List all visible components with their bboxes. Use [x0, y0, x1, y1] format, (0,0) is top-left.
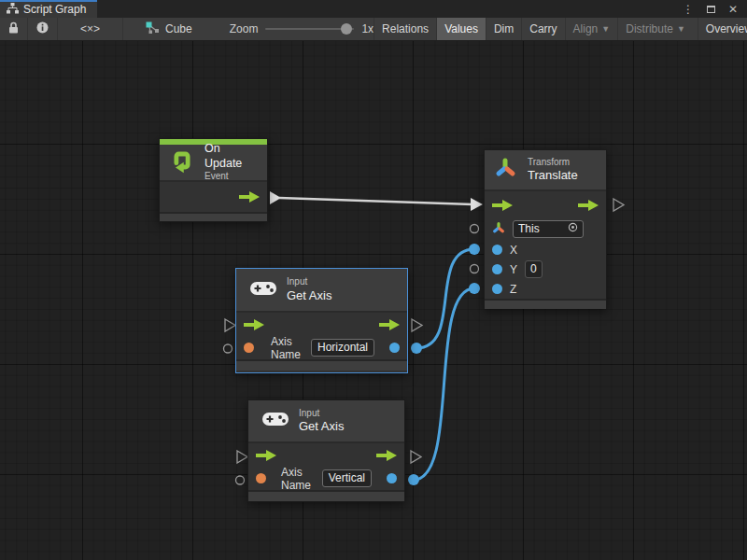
toolbar-button-dim[interactable]: Dim: [486, 18, 521, 40]
port-marker-translate-flow-out[interactable]: [613, 199, 624, 211]
value-output-port[interactable]: [389, 343, 400, 353]
node-translate[interactable]: Transform Translate This: [484, 149, 607, 309]
node-get-axis-vertical[interactable]: Input Get Axis Axis Name Vertical: [247, 399, 405, 502]
toolbar-button-relations[interactable]: Relations: [374, 18, 436, 40]
zoom-label: Zoom: [230, 22, 259, 35]
tab-title: Script Graph: [23, 3, 86, 16]
flow-input-port[interactable]: [244, 319, 264, 330]
this-target-field[interactable]: This: [513, 220, 584, 238]
lock-icon: [8, 21, 19, 36]
port-label-y: Y: [510, 263, 517, 276]
code-preview-button[interactable]: <×>: [58, 18, 123, 40]
gamepad-icon: [261, 410, 289, 432]
node-get-axis-horizontal[interactable]: Input Get Axis Axis Name Horizontal: [235, 268, 408, 373]
node-footer: [485, 299, 606, 309]
toolbar-button-values[interactable]: Values: [436, 18, 486, 40]
value-output-port[interactable]: [387, 473, 397, 483]
graph-node-icon: [146, 21, 160, 36]
axis-name-field[interactable]: Vertical: [322, 469, 372, 487]
node-footer: [248, 490, 404, 501]
close-icon[interactable]: ✕: [728, 4, 738, 15]
dropdown-arrow-icon: ▼: [601, 24, 610, 34]
lock-button[interactable]: [0, 18, 28, 40]
port-marker-getaxisv-flow-out[interactable]: [411, 451, 421, 463]
toolbar-button-align[interactable]: Align ▼: [565, 18, 618, 40]
node-on-update[interactable]: On Update Event: [159, 138, 268, 222]
port-label-x: X: [510, 244, 517, 257]
value-wire-horizontal-to-x[interactable]: [411, 244, 480, 354]
object-picker-icon[interactable]: [568, 222, 578, 236]
node-footer: [160, 212, 267, 221]
on-update-loop-icon: [169, 147, 195, 177]
port-label-axis-name: Axis Name: [281, 466, 315, 492]
maximize-icon[interactable]: [707, 4, 715, 15]
node-subtitle: Event: [204, 171, 258, 183]
node-footer: [236, 359, 407, 371]
flow-input-port[interactable]: [256, 450, 276, 461]
toolbar-button-overview[interactable]: Overview: [698, 18, 747, 40]
node-title: Get Axis: [299, 419, 344, 434]
info-icon: [36, 21, 49, 36]
node-get-axis-v-header[interactable]: Input Get Axis: [248, 400, 404, 443]
node-subtitle: Input: [299, 408, 344, 420]
string-input-port[interactable]: [256, 473, 266, 483]
value-port-x[interactable]: [492, 245, 502, 255]
y-value-field[interactable]: 0: [525, 260, 543, 278]
string-input-port[interactable]: [244, 343, 254, 353]
window-menu-icon[interactable]: ⋮: [683, 4, 694, 15]
zoom-control: Zoom 1x: [230, 18, 374, 40]
graph-name: Cube: [165, 22, 192, 35]
transform-mini-icon: [492, 221, 505, 238]
axis-name-field[interactable]: Horizontal: [311, 339, 374, 357]
zoom-slider[interactable]: [265, 28, 354, 30]
node-on-update-header[interactable]: On Update Event: [160, 145, 267, 182]
toolbar-toggle-group: Relations Values Dim Carry Align ▼ Distr…: [374, 18, 747, 40]
zoom-slider-handle[interactable]: [341, 23, 352, 35]
flow-output-port[interactable]: [239, 191, 260, 203]
value-port-z[interactable]: [492, 284, 502, 294]
tab-script-graph[interactable]: Script Graph: [0, 0, 97, 18]
zoom-value: 1x: [361, 22, 374, 35]
info-button[interactable]: [28, 18, 58, 40]
window-tab-bar: Script Graph ⋮ ✕: [0, 0, 747, 18]
graph-canvas[interactable]: On Update Event Transform Translate: [0, 41, 747, 560]
graph-picker[interactable]: Cube: [136, 18, 202, 40]
code-icon: <×>: [80, 22, 100, 35]
graph-toolbar: <×> Cube Zoom 1x Relations Values Dim Ca…: [0, 18, 747, 41]
port-marker-getaxish-flow-out[interactable]: [412, 319, 422, 331]
port-marker-getaxish-flow-in[interactable]: [225, 319, 235, 331]
port-label-axis-name: Axis Name: [271, 335, 303, 361]
node-subtitle: Input: [287, 276, 331, 288]
node-get-axis-h-header[interactable]: Input Get Axis: [236, 269, 407, 313]
port-label-z: Z: [510, 283, 516, 296]
port-marker-translate-this[interactable]: [471, 225, 479, 233]
node-subtitle: Transform: [528, 157, 578, 169]
port-marker-getaxish-name[interactable]: [224, 344, 233, 353]
port-marker-getaxisv-name[interactable]: [236, 476, 245, 484]
script-graph-icon: [7, 1, 19, 18]
dropdown-arrow-icon: ▼: [677, 24, 685, 34]
node-translate-header[interactable]: Transform Translate: [485, 150, 606, 191]
node-title: Get Axis: [287, 288, 331, 303]
transform-icon: [494, 156, 518, 184]
flow-output-port[interactable]: [376, 450, 397, 461]
flow-output-port[interactable]: [379, 319, 400, 330]
flow-wire-onupdate-to-translate[interactable]: [270, 191, 483, 211]
node-title: Translate: [528, 168, 578, 183]
port-marker-getaxisv-flow-in[interactable]: [237, 451, 247, 463]
toolbar-button-distribute[interactable]: Distribute ▼: [617, 18, 693, 40]
node-title: On Update: [204, 142, 258, 171]
port-marker-translate-y[interactable]: [471, 265, 479, 273]
flow-output-port[interactable]: [578, 200, 599, 211]
flow-input-port[interactable]: [492, 200, 513, 211]
value-port-y[interactable]: [492, 264, 502, 274]
toolbar-button-carry[interactable]: Carry: [521, 18, 564, 40]
gamepad-icon: [249, 279, 277, 301]
